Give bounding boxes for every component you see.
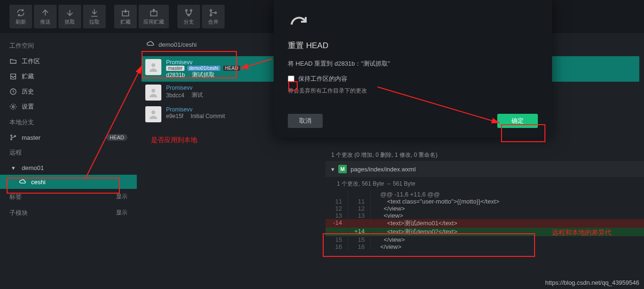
code-line: <text class="user-motto">{{motto}}</text… bbox=[371, 198, 644, 205]
code-line: </view> bbox=[371, 205, 644, 212]
fetch-button[interactable]: 抓取 bbox=[59, 5, 81, 28]
annotation-text: 远程和本地的差异代 bbox=[552, 229, 611, 237]
svg-point-13 bbox=[151, 63, 155, 67]
commit-hash: 3bdcc4 bbox=[166, 92, 184, 99]
branch-icon bbox=[9, 134, 17, 141]
svg-point-15 bbox=[151, 110, 155, 114]
show-tags-link[interactable]: 显示 bbox=[116, 193, 127, 201]
history-icon bbox=[9, 88, 17, 95]
keep-workspace-check[interactable]: 保持工作区的内容 bbox=[288, 75, 538, 83]
commit-hash: d2831b bbox=[166, 72, 185, 78]
diff-panel: 1 个更改 (0 增加, 0 删除, 1 修改, 0 重命名) ▾ M page… bbox=[326, 149, 644, 289]
tags-section: 标签显示 bbox=[0, 189, 137, 205]
cloud-icon bbox=[146, 40, 155, 50]
dialog-warning: 将会丢弃所有工作目录下的更改 bbox=[288, 87, 538, 95]
code-line: </view> bbox=[371, 236, 644, 243]
workspace-section-title: 工作空间 bbox=[0, 38, 137, 54]
dialog-subtitle: 将 HEAD 重置到 d2831b："测试抓取" bbox=[288, 60, 538, 68]
commit-msg: 测试 bbox=[192, 91, 203, 99]
sidebar: 工作空间 工作区 贮藏 历史 设置 本地分支 masterHEAD 远程 ▾de… bbox=[0, 33, 137, 289]
branch-button[interactable]: 分支 bbox=[177, 5, 200, 28]
diff-table: @@ -11,6 +11,6 @@ 1111 <text class="user… bbox=[326, 191, 644, 250]
sidebar-item-workspace[interactable]: 工作区 bbox=[0, 54, 137, 69]
stash-button[interactable]: 贮藏 bbox=[114, 5, 137, 28]
sidebar-item-master[interactable]: masterHEAD bbox=[0, 130, 137, 144]
annotation-text: 是否应用到本地 bbox=[151, 136, 197, 144]
avatar bbox=[145, 59, 161, 75]
inbox-icon bbox=[9, 73, 17, 80]
diff-meta: 1 个更改, 561 Byte → 561 Byte bbox=[326, 177, 644, 191]
refresh-button[interactable]: 刷新 bbox=[9, 5, 32, 28]
commit-hash: e9e15f bbox=[166, 113, 184, 119]
dialog-title: 重置 HEAD bbox=[288, 40, 538, 51]
commit-msg: Initial Commit bbox=[191, 113, 225, 119]
reset-head-dialog: 重置 HEAD 将 HEAD 重置到 d2831b："测试抓取" 保持工作区的内… bbox=[274, 0, 552, 137]
sidebar-item-history[interactable]: 历史 bbox=[0, 84, 137, 99]
watermark: https://blog.csdn.net/qq_43959546 bbox=[545, 279, 640, 286]
cancel-button[interactable]: 取消 bbox=[288, 114, 323, 128]
merge-button[interactable]: 合并 bbox=[202, 5, 225, 28]
hunk-header: @@ -11,6 +11,6 @@ bbox=[371, 191, 644, 198]
modified-badge: M bbox=[338, 165, 347, 173]
svg-point-3 bbox=[190, 9, 192, 11]
svg-point-14 bbox=[151, 89, 155, 93]
submodule-section: 子模块显示 bbox=[0, 205, 137, 221]
diff-summary: 1 个更改 (0 增加, 0 删除, 1 修改, 0 重命名) bbox=[326, 149, 644, 161]
keep-workspace-checkbox[interactable] bbox=[288, 76, 294, 82]
sidebar-item-remote[interactable]: ▾demo01 bbox=[0, 161, 137, 175]
svg-point-11 bbox=[11, 139, 12, 140]
code-line: </view> bbox=[371, 243, 644, 250]
push-button[interactable]: 推送 bbox=[34, 5, 57, 28]
ok-button[interactable]: 确定 bbox=[497, 114, 538, 128]
file-path: pages/index/index.wxml bbox=[351, 166, 416, 173]
tag-head: HEAD bbox=[223, 66, 240, 71]
local-branch-title: 本地分支 bbox=[0, 114, 137, 130]
avatar bbox=[145, 85, 161, 101]
svg-point-5 bbox=[210, 9, 211, 11]
svg-point-9 bbox=[12, 106, 14, 108]
sidebar-item-settings[interactable]: 设置 bbox=[0, 99, 137, 114]
diff-file-header[interactable]: ▾ M pages/index/index.wxml bbox=[326, 161, 644, 177]
svg-point-10 bbox=[11, 135, 12, 136]
code-line-deleted: <text>测试demo01</text> bbox=[371, 219, 644, 228]
tag-remote: demo01/ceshi bbox=[187, 66, 220, 71]
remote-title: 远程 bbox=[0, 144, 137, 161]
reset-icon bbox=[288, 14, 538, 34]
breadcrumb-path: demo01/ceshi bbox=[159, 41, 197, 48]
sidebar-item-stash[interactable]: 贮藏 bbox=[0, 69, 137, 84]
code-line: <view> bbox=[371, 212, 644, 219]
sidebar-item-ceshi[interactable]: ceshi bbox=[0, 175, 137, 189]
folder-icon bbox=[9, 58, 17, 65]
svg-point-2 bbox=[185, 9, 187, 11]
chevron-down-icon: ▾ bbox=[9, 164, 17, 171]
pull-button[interactable]: 拉取 bbox=[83, 5, 106, 28]
tag-master: master bbox=[166, 66, 184, 71]
svg-point-6 bbox=[210, 14, 211, 16]
commit-msg: 测试抓取 bbox=[192, 71, 215, 79]
gear-icon bbox=[9, 103, 17, 110]
avatar bbox=[145, 106, 161, 122]
apply-stash-button[interactable]: 应用贮藏 bbox=[139, 5, 169, 28]
cloud-icon bbox=[19, 178, 26, 186]
head-badge: HEAD bbox=[106, 134, 127, 141]
chevron-down-icon: ▾ bbox=[331, 166, 335, 173]
show-submodule-link[interactable]: 显示 bbox=[116, 209, 127, 217]
svg-point-7 bbox=[215, 12, 216, 13]
